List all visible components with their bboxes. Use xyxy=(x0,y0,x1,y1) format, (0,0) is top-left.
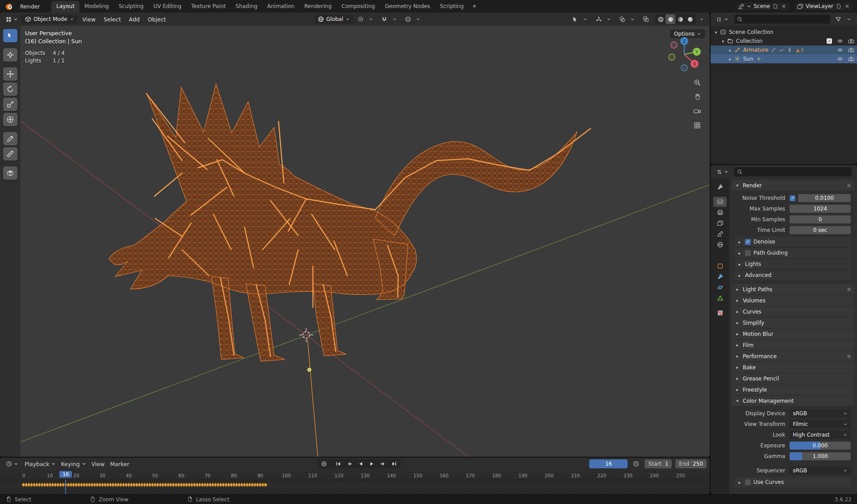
outliner-row-collection[interactable]: ▾Collection✓ xyxy=(711,37,857,45)
disclosure-collapsed-icon[interactable]: ▸ xyxy=(728,57,733,62)
timeline-menu-playback[interactable]: Playback xyxy=(22,459,58,469)
chevron-down-icon[interactable] xyxy=(580,14,590,24)
frame-end-field[interactable]: End 250 xyxy=(675,459,707,468)
pan-button[interactable] xyxy=(691,91,703,103)
workspace-tab-modeling[interactable]: Modeling xyxy=(79,1,114,12)
shading-dropdown-button[interactable] xyxy=(697,14,707,24)
unlink-scene-button[interactable] xyxy=(781,4,787,9)
outliner-row-sun[interactable]: ▸Sun xyxy=(711,54,857,63)
workspace-tab-rendering[interactable]: Rendering xyxy=(300,1,337,12)
properties-search-input[interactable] xyxy=(734,167,852,176)
panel-header-color-management[interactable]: ▾Color Management xyxy=(732,396,854,406)
shading-solid-button[interactable] xyxy=(666,14,675,24)
panel-menu-icon[interactable] xyxy=(846,287,852,292)
tool-select-box-button[interactable] xyxy=(3,29,17,42)
frame-start-field[interactable]: Start 1 xyxy=(645,459,672,468)
snap-toggle-button[interactable] xyxy=(379,14,389,24)
play-reverse-button[interactable] xyxy=(355,459,366,468)
toggle-camera-icon[interactable] xyxy=(848,47,854,53)
panel-header-motion-blur[interactable]: ▸Motion Blur xyxy=(732,329,854,339)
properties-tab-object[interactable] xyxy=(713,261,727,271)
tool-annotate-button[interactable] xyxy=(3,132,17,145)
properties-tab-physics[interactable] xyxy=(713,282,727,293)
workspace-tab-shading[interactable]: Shading xyxy=(231,1,262,12)
tool-cursor-button[interactable] xyxy=(3,48,17,62)
viewlayer-selector[interactable]: ViewLayer xyxy=(794,2,853,11)
orthographic-button[interactable] xyxy=(691,120,703,131)
properties-tab-object-data[interactable] xyxy=(713,293,727,303)
value-field-min-samples[interactable]: 0 xyxy=(790,215,851,223)
panel-header-volumes[interactable]: ▸Volumes xyxy=(732,295,854,306)
checkbox-use-curves[interactable] xyxy=(745,479,751,485)
remove-view-layer-button[interactable] xyxy=(844,4,850,9)
workspace-tab-geometry-nodes[interactable]: Geometry Nodes xyxy=(380,1,435,12)
viewport-menu-select[interactable]: Select xyxy=(100,14,125,25)
value-field-noise-threshold[interactable]: 0.0100 xyxy=(798,194,851,202)
chevron-down-icon[interactable] xyxy=(604,14,614,24)
menu-render[interactable]: Render xyxy=(16,1,46,12)
properties-tab-texture[interactable] xyxy=(713,308,727,318)
select-display-device[interactable]: sRGB xyxy=(790,409,851,417)
keyframe-track[interactable] xyxy=(0,480,710,494)
current-frame-indicator[interactable]: 16 xyxy=(59,471,72,478)
disclosure-expanded-icon[interactable]: ▾ xyxy=(720,39,726,44)
editor-type-selector[interactable] xyxy=(3,459,21,468)
toggle-eye-icon[interactable] xyxy=(837,47,843,53)
shading-wireframe-button[interactable] xyxy=(656,14,666,24)
checkbox-noise-threshold[interactable]: ✓ xyxy=(790,195,795,201)
subpanel-advanced[interactable]: ▸Advanced xyxy=(735,270,852,280)
value-field-time-limit[interactable]: 0 sec xyxy=(790,226,851,234)
viewport-menu-object[interactable]: Object xyxy=(144,14,170,25)
workspace-tab-animation[interactable]: Animation xyxy=(262,1,300,12)
workspace-tab-texture-paint[interactable]: Texture Paint xyxy=(186,1,230,12)
include-in-view-layer-checkbox[interactable]: ✓ xyxy=(827,38,832,44)
properties-tab-scene[interactable] xyxy=(713,229,727,239)
viewport-canvas[interactable] xyxy=(21,26,710,457)
next-keyframe-button[interactable] xyxy=(378,459,388,468)
panel-header-freestyle[interactable]: ▸Freestyle xyxy=(732,384,854,395)
workspace-tab-layout[interactable]: Layout xyxy=(51,1,79,12)
panel-header-curves[interactable]: ▸Curves xyxy=(732,306,854,317)
jump-to-start-button[interactable] xyxy=(333,459,344,468)
panel-header-render[interactable]: ▾Render xyxy=(732,180,854,190)
toggle-camera-icon[interactable] xyxy=(848,38,854,44)
3d-viewport[interactable]: User Perspective (16) Collection | Sun O… xyxy=(21,26,710,457)
show-overlays-button[interactable] xyxy=(617,14,627,24)
add-workspace-button[interactable]: + xyxy=(469,1,480,12)
viewport-menu-add[interactable]: Add xyxy=(125,14,144,25)
timeline-menu-keying[interactable]: Keying xyxy=(58,459,89,469)
properties-tab-view-layer[interactable] xyxy=(713,218,727,228)
disclosure-collapsed-icon[interactable]: ▸ xyxy=(728,48,733,53)
properties-tab-render[interactable] xyxy=(713,197,727,207)
outliner-row-scene-collection[interactable]: ▾Scene Collection xyxy=(711,28,857,37)
panel-header-grease-pencil[interactable]: ▸Grease Pencil xyxy=(732,373,854,384)
select-view-transform[interactable]: Filmic xyxy=(790,420,851,428)
workspace-tab-uv-editing[interactable]: UV Editing xyxy=(149,1,187,12)
subpanel-use-curves[interactable]: ▸Use Curves xyxy=(735,477,852,487)
gizmo-neg-y-ball[interactable] xyxy=(669,54,675,60)
editor-type-selector[interactable] xyxy=(714,168,731,176)
jump-to-end-button[interactable] xyxy=(389,459,399,468)
select-sequencer[interactable]: sRGB xyxy=(790,467,851,475)
current-frame-field[interactable]: 16 xyxy=(589,459,628,468)
fox-wireframe-mesh[interactable] xyxy=(109,84,577,361)
properties-tab-tool[interactable] xyxy=(713,182,727,192)
editor-type-selector[interactable] xyxy=(714,15,731,24)
select-look[interactable]: High Contrast xyxy=(790,431,851,439)
viewport-menu-view[interactable]: View xyxy=(79,14,100,25)
tool-add-cube-button[interactable] xyxy=(3,166,17,180)
tool-scale-button[interactable] xyxy=(3,98,17,111)
toggle-eye-icon[interactable] xyxy=(837,38,843,44)
sun-light-object[interactable] xyxy=(308,368,312,372)
pivot-point-button[interactable] xyxy=(356,14,366,24)
slider-gamma[interactable]: 1.000 xyxy=(790,452,851,460)
timeline-menu-view[interactable]: View xyxy=(89,459,108,469)
workspace-tab-compositing[interactable]: Compositing xyxy=(337,1,380,12)
timeline-menu-marker[interactable]: Marker xyxy=(107,459,132,469)
slider-exposure[interactable]: 0.000 xyxy=(790,442,851,450)
gizmo-neg-x-ball[interactable] xyxy=(671,42,677,48)
new-view-layer-button[interactable] xyxy=(836,4,842,9)
workspace-tab-scripting[interactable]: Scripting xyxy=(435,1,468,12)
subpanel-path-guiding[interactable]: ▸Path Guiding xyxy=(735,248,852,258)
transform-orientation-select[interactable]: Global xyxy=(314,15,354,24)
